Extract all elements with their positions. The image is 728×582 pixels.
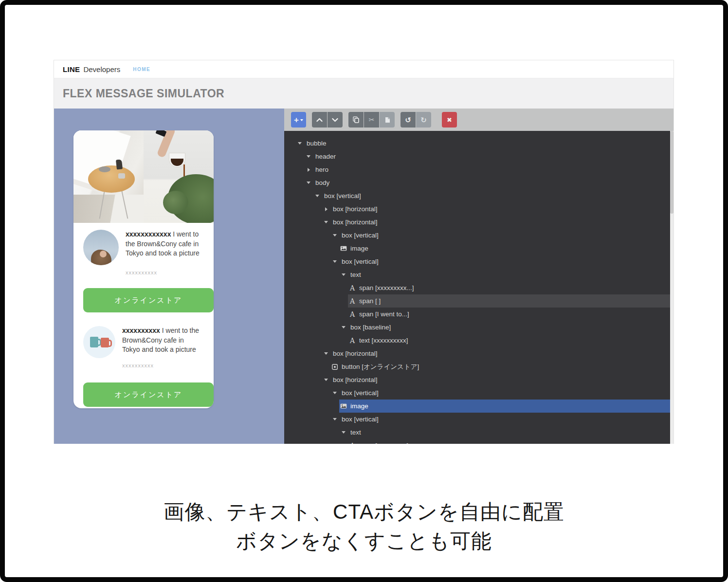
avatar-mugs [83, 326, 115, 358]
editor-toolbar: + [284, 109, 673, 131]
copy-button[interactable] [348, 112, 364, 127]
tree-row[interactable]: text [284, 268, 670, 281]
tree-row-label: box [baseline] [350, 324, 391, 331]
chevron-down-icon [332, 118, 338, 122]
caret-down-icon[interactable] [298, 142, 302, 145]
tree-row[interactable]: box [horizontal] [284, 347, 670, 360]
tree-row-label: image [350, 402, 368, 410]
caret-right-icon[interactable] [308, 168, 310, 172]
tree-row-label: text [350, 271, 361, 278]
history-button-group: ↺ ↻ [400, 112, 431, 127]
tree-row[interactable]: box [vertical] [284, 255, 670, 268]
tree-row[interactable]: body [284, 176, 670, 189]
caret-down-icon[interactable] [342, 326, 346, 328]
dropdown-caret-icon [300, 119, 303, 121]
tree-row[interactable]: Aspan [ ] [284, 294, 670, 308]
tree-row[interactable]: button [オンラインストア] [284, 360, 670, 373]
page-title: FLEX MESSAGE SIMULATOR [63, 87, 224, 100]
image-icon [340, 246, 347, 251]
bowl-shape [99, 166, 110, 172]
tree-row[interactable]: image [284, 400, 670, 413]
tree-row[interactable]: hero [284, 163, 670, 176]
clipboard-button-group: ✂ [348, 112, 395, 127]
caret-down-icon[interactable] [333, 260, 337, 263]
app-header: LINE Developers HOME [54, 60, 673, 78]
tree-row-label: text [350, 429, 361, 436]
tree-row[interactable]: header [284, 150, 670, 163]
tree-row[interactable]: Atext [xxxxxxxxxx] [284, 334, 670, 347]
redo-icon: ↻ [420, 116, 427, 124]
caret-down-icon[interactable] [333, 234, 337, 236]
tree-row[interactable]: text [284, 426, 670, 439]
caret-down-icon[interactable] [324, 379, 328, 381]
tree-row-label: box [vertical] [342, 258, 379, 265]
tree-row-label: button [オンラインストア] [342, 363, 419, 371]
tree-row[interactable]: Aspan [xxxxxxxxx] [284, 439, 670, 444]
tree-row[interactable]: Aspan [xxxxxxxxx...] [284, 281, 670, 294]
move-up-button[interactable] [312, 112, 327, 127]
tree-row[interactable]: box [vertical] [284, 189, 670, 202]
caret-down-icon[interactable] [324, 352, 328, 355]
developers-label: Developers [83, 65, 120, 73]
flex-message-bubble[interactable]: xxxxxxxxxxxx I went to the Brown&Cony ca… [73, 130, 214, 408]
tree-row[interactable]: box [horizontal] [284, 216, 670, 229]
text-icon: A [350, 285, 355, 291]
delete-button[interactable]: ✖ [442, 112, 457, 127]
move-down-button[interactable] [328, 112, 343, 127]
caret-down-icon[interactable] [342, 273, 346, 276]
text-icon: A [350, 311, 355, 318]
tree-row[interactable]: box [baseline] [284, 321, 670, 334]
tree-row-label: image [350, 245, 368, 252]
tree-row-label: span [I went to...] [359, 310, 409, 318]
tree-row-label: box [vertical] [342, 232, 379, 239]
tree-row[interactable]: box [vertical] [284, 386, 670, 400]
message-subtext: xxxxxxxxxx [126, 270, 209, 275]
chevron-up-icon [316, 118, 323, 122]
tree-row[interactable]: box [horizontal] [284, 202, 670, 216]
tree-row-label: box [horizontal] [333, 218, 378, 226]
clipboard-icon [384, 116, 390, 123]
flex-message-simulator-window: LINE Developers HOME FLEX MESSAGE SIMULA… [54, 60, 674, 444]
hero-image-interior [73, 130, 144, 223]
message-text: xxxxxxxxxxxx I went to the Brown&Cony ca… [126, 230, 205, 258]
tree-row[interactable]: box [horizontal] [284, 373, 670, 386]
text-icon: A [350, 442, 355, 444]
caret-down-icon[interactable] [307, 155, 310, 158]
text-icon: A [350, 298, 355, 305]
redo-button[interactable]: ↻ [416, 112, 431, 127]
scissors-icon: ✂ [369, 116, 375, 123]
tree-row[interactable]: box [vertical] [284, 413, 670, 426]
online-store-button-1[interactable]: オンラインストア [83, 288, 214, 312]
caret-down-icon[interactable] [315, 195, 319, 197]
paste-button[interactable] [380, 112, 395, 127]
cut-button[interactable]: ✂ [364, 112, 379, 127]
caret-down-icon[interactable] [324, 221, 328, 223]
caret-down-icon[interactable] [333, 392, 337, 394]
message-username: xxxxxxxxxx [122, 327, 160, 334]
caret-down-icon[interactable] [333, 418, 337, 420]
caret-down-icon[interactable] [307, 182, 310, 184]
caption: 画像、テキスト、CTAボタンを自由に配置 ボタンをなくすことも可能 [0, 497, 728, 556]
caption-line-1: 画像、テキスト、CTAボタンを自由に配置 [0, 497, 728, 527]
caret-down-icon[interactable] [342, 431, 346, 434]
undo-button[interactable]: ↺ [400, 112, 416, 127]
line-logo: LINE [63, 65, 80, 73]
message-row-2: xxxxxxxxxx I went to the Brown&Cony cafe… [83, 326, 209, 358]
hero-images [73, 130, 214, 223]
undo-icon: ↺ [405, 116, 411, 124]
tree-row[interactable]: image [284, 242, 670, 255]
add-node-button[interactable]: + [291, 112, 306, 127]
caret-right-icon[interactable] [325, 207, 328, 211]
scrollbar[interactable] [670, 131, 673, 444]
tree-row-label: box [vertical] [342, 416, 379, 423]
message-username: xxxxxxxxxxxx [126, 230, 171, 238]
online-store-button-2[interactable]: オンラインストア [83, 382, 214, 407]
tree-row[interactable]: bubble [284, 137, 670, 150]
avatar-photo [83, 230, 119, 265]
coral-mug-icon [101, 338, 109, 347]
tree-row[interactable]: Aspan [I went to...] [284, 308, 670, 321]
tree-row-label: span [ ] [359, 297, 381, 305]
nav-home-link[interactable]: HOME [133, 67, 150, 72]
scrollbar-thumb[interactable] [670, 131, 673, 214]
tree-row[interactable]: box [vertical] [284, 229, 670, 242]
